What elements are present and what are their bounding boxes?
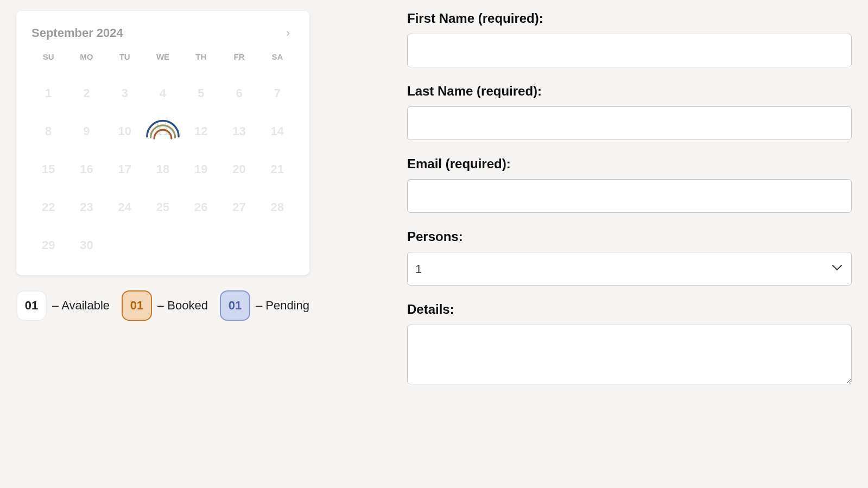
legend: 01 – Available 01 – Booked 01 – Pending (16, 290, 380, 321)
calendar-title: September 2024 (31, 26, 123, 40)
calendar-day[interactable]: 18 (144, 160, 182, 179)
calendar-day[interactable]: 12 (182, 122, 220, 141)
field-first-name: First Name (required): (407, 11, 852, 67)
page-root: September 2024 › SU MO TU WE TH FR SA 1 … (0, 0, 868, 488)
select-persons[interactable]: 1 (407, 252, 852, 286)
legend-text-booked: – Booked (157, 299, 208, 313)
calendar-day[interactable]: 27 (220, 198, 258, 217)
left-column: September 2024 › SU MO TU WE TH FR SA 1 … (16, 11, 402, 477)
calendar-day[interactable]: 16 (67, 160, 105, 179)
calendar-next-button[interactable]: › (282, 24, 294, 42)
calendar-day[interactable]: 25 (144, 198, 182, 217)
legend-item-booked: 01 – Booked (122, 290, 208, 321)
legend-badge-booked: 01 (122, 290, 152, 321)
dow-su: SU (29, 52, 67, 65)
legend-item-available: 01 – Available (16, 290, 110, 321)
field-last-name: Last Name (required): (407, 84, 852, 140)
calendar-day[interactable]: 29 (29, 236, 67, 255)
calendar-day[interactable]: 15 (29, 160, 67, 179)
calendar-day[interactable]: 28 (258, 198, 296, 217)
calendar-day[interactable]: 20 (220, 160, 258, 179)
calendar-header: September 2024 › (27, 24, 299, 49)
calendar-day[interactable]: 23 (67, 198, 105, 217)
calendar: September 2024 › SU MO TU WE TH FR SA 1 … (16, 11, 309, 275)
dow-tu: TU (106, 52, 144, 65)
label-email: Email (required): (407, 156, 852, 172)
field-email: Email (required): (407, 156, 852, 213)
calendar-day[interactable]: 30 (67, 236, 105, 255)
calendar-day[interactable]: 6 (220, 84, 258, 103)
field-details: Details: (407, 302, 852, 386)
calendar-day[interactable]: 1 (29, 84, 67, 103)
calendar-day[interactable]: 26 (182, 198, 220, 217)
dow-sa: SA (258, 52, 296, 65)
calendar-day[interactable]: 2 (67, 84, 105, 103)
label-persons: Persons: (407, 229, 852, 244)
calendar-day[interactable]: 3 (106, 84, 144, 103)
label-first-name: First Name (required): (407, 11, 852, 26)
calendar-day[interactable]: 7 (258, 84, 296, 103)
calendar-day[interactable]: 13 (220, 122, 258, 141)
input-first-name[interactable] (407, 34, 852, 67)
calendar-day[interactable]: 8 (29, 122, 67, 141)
dow-mo: MO (67, 52, 105, 65)
calendar-day[interactable]: 14 (258, 122, 296, 141)
input-email[interactable] (407, 179, 852, 213)
calendar-day[interactable]: 21 (258, 160, 296, 179)
calendar-day[interactable]: 22 (29, 198, 67, 217)
calendar-day[interactable]: 9 (67, 122, 105, 141)
calendar-day[interactable]: 4 (144, 84, 182, 103)
calendar-day[interactable]: 10 (106, 122, 144, 141)
legend-badge-available: 01 (16, 290, 47, 321)
calendar-day[interactable]: 5 (182, 84, 220, 103)
textarea-details[interactable] (407, 325, 852, 384)
legend-item-pending: 01 – Pending (220, 290, 309, 321)
booking-form: First Name (required): Last Name (requir… (402, 11, 852, 477)
calendar-day[interactable]: 17 (106, 160, 144, 179)
dow-we: WE (144, 52, 182, 65)
dow-th: TH (182, 52, 220, 65)
field-persons: Persons: 1 (407, 229, 852, 286)
input-last-name[interactable] (407, 106, 852, 140)
dow-fr: FR (220, 52, 258, 65)
label-details: Details: (407, 302, 852, 317)
label-last-name: Last Name (required): (407, 84, 852, 99)
legend-text-available: – Available (52, 299, 110, 313)
calendar-day[interactable]: 19 (182, 160, 220, 179)
legend-text-pending: – Pending (256, 299, 309, 313)
legend-badge-pending: 01 (220, 290, 250, 321)
calendar-day[interactable]: 11 (144, 122, 182, 141)
calendar-grid: SU MO TU WE TH FR SA 1 2 3 4 5 6 7 8 9 1… (27, 49, 299, 264)
calendar-day[interactable]: 24 (106, 198, 144, 217)
